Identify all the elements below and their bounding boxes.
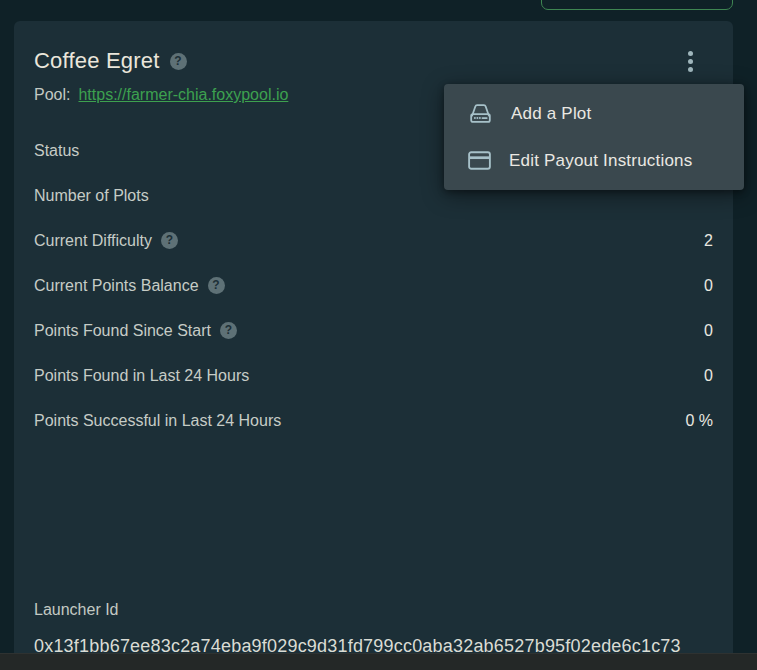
bottom-bar <box>0 653 757 670</box>
stat-label: Points Found Since Start <box>34 321 211 340</box>
menu-item-label: Edit Payout Instructions <box>509 151 692 171</box>
pool-label: Pool: <box>34 86 70 103</box>
pool-link[interactable]: https://farmer-chia.foxypool.io <box>78 86 288 103</box>
stat-label: Current Points Balance <box>34 276 199 295</box>
stat-label: Status <box>34 141 79 160</box>
stat-label: Number of Plots <box>34 186 149 205</box>
kebab-dot <box>688 51 693 56</box>
stat-row-current-points-balance: Current Points Balance ? 0 <box>34 276 713 295</box>
stat-row-points-found-since-start: Points Found Since Start ? 0 <box>34 321 713 340</box>
card-title-row: Coffee Egret ? <box>34 48 713 74</box>
stat-label: Points Found in Last 24 Hours <box>34 366 249 385</box>
kebab-dot <box>688 67 693 72</box>
page-title: Coffee Egret <box>34 48 160 74</box>
stat-label: Current Difficulty <box>34 231 152 250</box>
menu-item-label: Add a Plot <box>511 104 591 124</box>
help-icon[interactable]: ? <box>170 53 187 70</box>
context-menu: Add a Plot Edit Payout Instructions <box>444 84 744 190</box>
payout-card-icon <box>466 149 493 172</box>
kebab-dot <box>688 59 693 64</box>
stat-value: 0 % <box>685 411 713 430</box>
stat-value: 2 <box>704 231 713 250</box>
drive-icon <box>466 100 495 127</box>
help-icon[interactable]: ? <box>161 232 178 249</box>
stat-value: 0 <box>704 366 713 385</box>
top-action-button[interactable] <box>541 0 733 10</box>
stat-value: 0 <box>704 276 713 295</box>
menu-item-add-plot[interactable]: Add a Plot <box>444 90 744 137</box>
launcher-id-label: Launcher Id <box>34 601 119 619</box>
stat-value: 0 <box>704 321 713 340</box>
help-icon[interactable]: ? <box>220 322 237 339</box>
stat-row-current-difficulty: Current Difficulty ? 2 <box>34 231 713 250</box>
kebab-menu-button[interactable] <box>678 46 702 76</box>
stat-row-points-found-24h: Points Found in Last 24 Hours 0 <box>34 366 713 385</box>
help-icon[interactable]: ? <box>208 277 225 294</box>
stat-label: Points Successful in Last 24 Hours <box>34 411 281 430</box>
stat-row-points-successful-24h: Points Successful in Last 24 Hours 0 % <box>34 411 713 430</box>
menu-item-edit-payout-instructions[interactable]: Edit Payout Instructions <box>444 137 744 184</box>
